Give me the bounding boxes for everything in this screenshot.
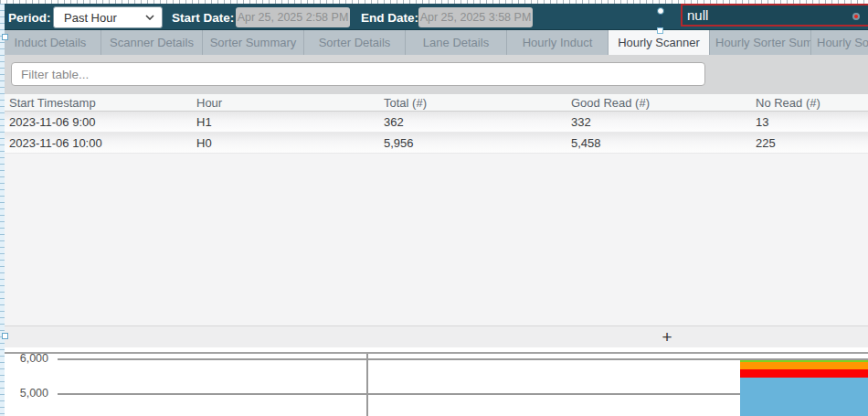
table-row[interactable]: 2023-11-06 9:00 H1 362 332 13: [5, 112, 868, 133]
tab-hourly-sorter[interactable]: Hourly Sort: [811, 30, 868, 55]
tab-induct-details[interactable]: Induct Details: [0, 30, 101, 55]
error-indicator-icon: [852, 13, 860, 20]
col-header-start-timestamp[interactable]: Start Timestamp: [5, 96, 192, 110]
segment-red (No Read): [740, 369, 868, 378]
col-header-hour[interactable]: Hour: [192, 96, 379, 110]
cell-no-read: 225: [751, 136, 868, 150]
end-date-label: End Date:: [361, 11, 418, 25]
cell-good-read: 332: [566, 115, 751, 129]
y-axis-tick-label: 6,000: [5, 353, 48, 365]
end-date-input[interactable]: Apr 25, 2025 3:58 PM: [418, 7, 533, 27]
table-row[interactable]: 2023-11-06 10:00 H0 5,956 5,458 225: [5, 133, 868, 154]
start-date-input[interactable]: Apr 25, 2025 2:58 PM: [236, 7, 350, 27]
cell-no-read: 13: [751, 115, 868, 129]
selection-guide-dot-handle[interactable]: [657, 7, 664, 15]
tab-lane-details[interactable]: Lane Details: [406, 30, 507, 55]
tab-bar: Induct Details Scanner Details Sorter Su…: [0, 30, 868, 55]
horizontal-ruler: [0, 0, 868, 4]
cell-total: 362: [379, 115, 566, 129]
period-select[interactable]: Past Hour: [53, 6, 163, 28]
segment-blue (Good Read): [740, 378, 868, 416]
tab-hourly-sorter-summary[interactable]: Hourly Sorter Summar: [710, 30, 811, 55]
segment-orange: [740, 362, 868, 369]
chevron-down-icon: [145, 15, 154, 20]
vertical-ruler: [0, 4, 5, 416]
chart-top-border: [5, 352, 868, 354]
y-axis-tick-label: 5,000: [5, 388, 48, 400]
period-label: Period:: [8, 11, 51, 25]
period-select-value: Past Hour: [64, 11, 117, 25]
filter-input[interactable]: [11, 62, 705, 86]
panel-divider: +: [5, 325, 868, 347]
filter-panel: [5, 55, 868, 94]
tab-sorter-details[interactable]: Sorter Details: [304, 30, 406, 55]
cell-total: 5,956: [379, 136, 566, 150]
cell-hour: H1: [192, 115, 379, 129]
selection-handle[interactable]: [2, 333, 8, 339]
hourly-scanner-chart: 6,000 5,000: [5, 347, 868, 416]
tab-scanner-details[interactable]: Scanner Details: [101, 30, 203, 55]
add-component-icon[interactable]: +: [655, 325, 679, 349]
binding-error-value: null: [687, 7, 708, 23]
tab-hourly-induct[interactable]: Hourly Induct: [507, 30, 609, 55]
data-table: Start Timestamp Hour Total (#) Good Read…: [5, 94, 868, 325]
tab-hourly-scanner[interactable]: Hourly Scanner: [609, 30, 710, 55]
start-date-label: Start Date:: [172, 11, 234, 25]
cell-start-timestamp: 2023-11-06 9:00: [5, 115, 192, 129]
selection-guide-square-handle[interactable]: [657, 27, 663, 34]
cell-hour: H0: [192, 136, 379, 150]
binding-error-field[interactable]: null: [681, 4, 868, 27]
stacked-bar: [740, 347, 868, 416]
col-header-good-read[interactable]: Good Read (#): [566, 96, 751, 110]
cell-good-read: 5,458: [566, 136, 751, 150]
cell-start-timestamp: 2023-11-06 10:00: [5, 136, 192, 150]
dashboard-editor-window: Period: Past Hour Start Date: Apr 25, 20…: [0, 0, 868, 416]
selection-handle[interactable]: [2, 34, 8, 40]
table-header-row: Start Timestamp Hour Total (#) Good Read…: [5, 94, 868, 112]
col-header-total[interactable]: Total (#): [379, 96, 566, 110]
col-header-no-read[interactable]: No Read (#): [751, 96, 868, 110]
tab-sorter-summary[interactable]: Sorter Summary: [203, 30, 304, 55]
vertical-gridline: [366, 354, 368, 416]
